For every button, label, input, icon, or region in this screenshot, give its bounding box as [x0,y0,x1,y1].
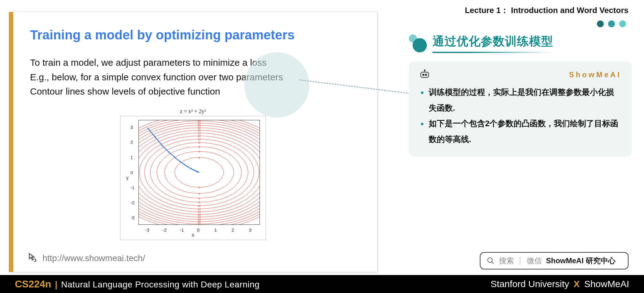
robot-icon [419,69,430,80]
svg-text:12: 12 [198,135,201,138]
footer-org: ShowMeAI [584,279,629,289]
slide-link[interactable]: http://www.showmeai.tech/ [28,252,145,264]
highlight-circle [244,52,309,118]
slide-link-text: http://www.showmeai.tech/ [42,253,145,263]
svg-text:2: 2 [198,186,200,189]
y-tick: 2 [130,140,133,145]
svg-text:14: 14 [198,132,201,135]
slide-stage: Lecture 1： Introduction and Word Vectors… [0,0,644,293]
svg-rect-37 [421,72,429,78]
right-title-text: 通过优化参数训练模型 [432,33,553,49]
search-strong: ShowMeAI 研究中心 [546,256,616,266]
svg-text:6: 6 [198,197,200,200]
chart-plot-area: 2244668810101212141416161818202022222424 [138,120,260,225]
search-pill[interactable]: 搜索 │ 微信 ShowMeAI 研究中心 [480,252,629,269]
x-tick: 2 [231,227,234,233]
slide-title: Training a model by optimizing parameter… [30,28,358,42]
svg-text:4: 4 [198,192,200,195]
chart-xlabel: x [192,232,194,238]
svg-text:24: 24 [198,120,201,123]
y-tick: -3 [130,215,134,220]
svg-point-38 [423,74,424,76]
y-tick: 0 [130,170,133,175]
explain-list: 训练模型的过程，实际上是我们在调整参数最小化损失函数. 如下是一个包含2个参数的… [419,84,621,147]
slide-line-1: To train a model, we adjust parameters t… [30,55,358,70]
explain-card: ShowMeAI 训练模型的过程，实际上是我们在调整参数最小化损失函数. 如下是… [409,61,632,157]
cursor-icon [28,252,38,264]
brand-text: ShowMeAI [569,70,621,79]
x-tick: 3 [249,227,251,233]
slide-card: Training a model by optimizing parameter… [9,12,377,272]
y-tick: -1 [130,185,134,190]
chart-svg: 2244668810101212141416161818202022222424 [139,120,260,224]
slide-body: To train a model, we adjust parameters t… [30,55,358,99]
svg-text:24: 24 [198,223,201,224]
lecture-label: Lecture 1： Introduction and Word Vectors [465,5,629,16]
svg-text:4: 4 [198,150,200,153]
svg-text:8: 8 [198,201,200,204]
search-divider: │ [518,257,523,265]
footer-right: Stanford University X ShowMeAI [491,279,629,289]
chart-box: 2244668810101212141416161818202022222424… [120,116,266,240]
decor-dots [597,20,626,27]
svg-text:2: 2 [198,156,200,159]
svg-text:8: 8 [198,141,200,144]
footer-left: CS224n | Natural Language Processing wit… [15,278,260,290]
svg-point-39 [425,74,427,76]
x-tick: -3 [145,227,149,233]
right-title-underline [432,52,553,53]
y-tick: 1 [130,155,133,160]
search-icon [487,257,495,265]
y-tick: 3 [130,125,133,130]
svg-point-42 [488,258,492,262]
slide-inner: Lecture 1： Introduction and Word Vectors… [3,2,641,275]
svg-line-43 [492,262,494,264]
x-tick: -1 [180,227,184,233]
footer-pipe: | [55,280,57,290]
contour-chart: z = x² + 2y² 224466881010121214141616181… [120,108,266,240]
course-name: Natural Language Processing with Deep Le… [61,280,260,290]
x-tick: 1 [214,227,217,233]
svg-text:6: 6 [198,145,200,148]
y-tick: -2 [130,200,134,205]
x-tick: -2 [163,227,167,233]
x-tick: 0 [197,227,199,233]
search-channel: 微信 [527,256,542,266]
footer-uni: Stanford University [491,279,569,289]
chart-title: z = x² + 2y² [120,108,266,115]
course-code: CS224n [15,278,51,290]
chart-ylabel: y [126,175,129,181]
explain-item-0: 训练模型的过程，实际上是我们在调整参数最小化损失函数. [419,84,621,116]
orb-icon [409,34,427,52]
search-hint: 搜索 [499,256,514,266]
svg-text:10: 10 [198,138,201,141]
explain-item-1: 如下是一个包含2个参数的凸函数，我们绘制了目标函数的等高线. [419,116,621,147]
svg-point-41 [424,70,425,71]
svg-text:10: 10 [198,204,201,207]
right-heading: 通过优化参数训练模型 [409,33,553,53]
footer-bar: CS224n | Natural Language Processing wit… [0,275,644,293]
footer-x: X [572,279,582,289]
